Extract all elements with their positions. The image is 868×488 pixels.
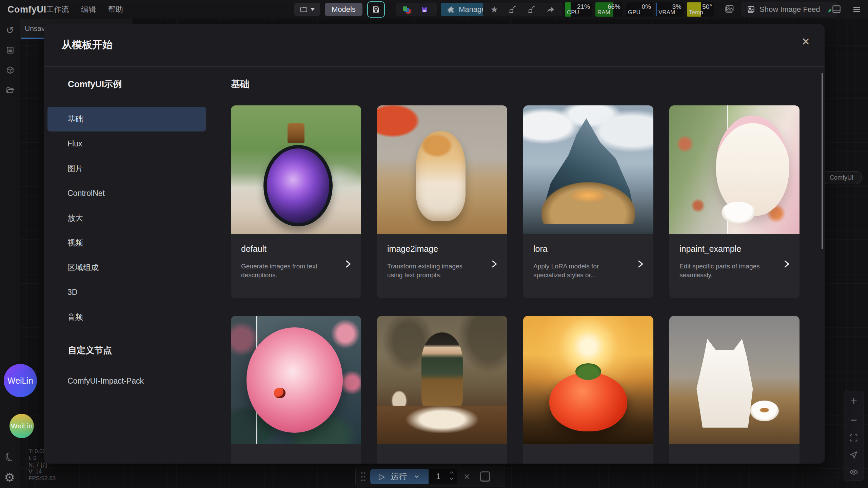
template-card[interactable]: inpaint_exampleEdit specific parts of im…	[669, 105, 800, 298]
system-monitors: 21%CPU66%RAM0%GPU3%VRAM50°Temp	[565, 2, 714, 17]
chevron-right-icon	[489, 259, 499, 269]
category-item[interactable]: 视频	[47, 230, 206, 255]
cancel-run-icon[interactable]: ×	[464, 471, 470, 482]
template-nav: ComfyUI示例 基础Flux图片ControlNet放大视频区域组成3D音频…	[44, 67, 220, 464]
nav-section-title: 自定义节点	[68, 345, 220, 355]
hamburger-menu-icon[interactable]	[852, 4, 862, 15]
menu-bar: 工作流编辑帮助	[46, 0, 123, 19]
pan-mode-icon[interactable]	[849, 450, 859, 460]
template-card[interactable]: defaultGenerate images from text descrip…	[231, 105, 361, 298]
category-item[interactable]: Flux	[47, 131, 206, 156]
models-button-label: Models	[332, 5, 356, 14]
avatar[interactable]: WeiLin	[9, 414, 34, 438]
show-image-feed-label: Show Image Feed	[760, 5, 820, 14]
template-card[interactable]	[231, 316, 361, 464]
template-category-list: 基础Flux图片ControlNet放大视频区域组成3D音频	[44, 107, 220, 329]
monitor-label: GPU	[628, 9, 640, 16]
workflows-folder-icon[interactable]	[6, 86, 15, 95]
close-icon[interactable]: ×	[802, 35, 810, 48]
template-description: Generate images from text descriptions.	[241, 262, 330, 280]
stop-icon[interactable]	[480, 471, 490, 482]
save-workflow-button[interactable]	[367, 1, 385, 18]
category-item[interactable]: 放大	[47, 206, 206, 230]
menu-item[interactable]: 帮助	[108, 4, 123, 15]
history-icon[interactable]: ↺	[6, 26, 15, 35]
prompt-cards-icon[interactable]	[403, 6, 407, 11]
zoom-out-icon[interactable]: −	[850, 414, 857, 426]
template-description: Edit specific parts of images seamlessly…	[679, 262, 768, 280]
chevron-down-icon	[311, 8, 315, 11]
monitor-ram: 66%RAM	[595, 2, 623, 17]
template-thumbnail	[669, 316, 800, 444]
step-up-icon[interactable]	[449, 471, 454, 474]
category-item[interactable]: 3D	[47, 280, 206, 305]
workflow-actions: Models	[294, 3, 385, 16]
category-item[interactable]: ComfyUI-Impact-Pack	[47, 369, 206, 393]
monitor-label: RAM	[597, 9, 610, 16]
category-item[interactable]: ControlNet	[47, 181, 206, 206]
chevron-right-icon	[635, 259, 645, 269]
template-card[interactable]: image2imageTransform existing images usi…	[377, 105, 507, 298]
avatar-label: WeiLin	[11, 422, 33, 430]
stat-line: V: 14	[28, 468, 56, 475]
category-item[interactable]: 图片	[47, 156, 206, 181]
scrollbar-thumb[interactable]	[822, 73, 823, 249]
stepper-buttons	[449, 471, 454, 481]
bottom-panel-toggle[interactable]	[831, 4, 842, 14]
template-title: image2image	[387, 244, 476, 254]
open-workflow-button[interactable]	[294, 3, 320, 16]
zoom-in-icon[interactable]: +	[850, 395, 857, 406]
chevron-down-icon[interactable]	[413, 473, 420, 480]
show-image-feed-button[interactable]: Show Image Feed	[741, 2, 838, 17]
chevron-right-icon	[343, 259, 353, 269]
run-button[interactable]: ▷ 运行	[370, 469, 429, 484]
category-item[interactable]: 音频	[47, 305, 206, 329]
step-down-icon[interactable]	[449, 477, 454, 481]
extension-buttons	[396, 3, 437, 16]
template-thumbnail	[669, 105, 800, 234]
star-icon[interactable]: ★	[490, 4, 498, 15]
canvas-toolbar: + −	[844, 391, 864, 481]
template-title: inpaint_example	[679, 244, 768, 254]
template-title: default	[241, 244, 330, 254]
template-card[interactable]	[377, 316, 507, 464]
monitor-value: 0%	[642, 3, 651, 11]
share-icon[interactable]	[546, 5, 555, 14]
category-item[interactable]: 基础	[47, 107, 206, 131]
purple-save-icon[interactable]	[421, 6, 428, 13]
template-card-body	[377, 444, 507, 464]
template-thumbnail	[377, 105, 507, 234]
menu-item[interactable]: 工作流	[46, 4, 69, 15]
batch-count-input[interactable]: 1	[429, 469, 457, 484]
manager-quick-tools: ★	[483, 3, 563, 16]
content-heading: 基础	[231, 79, 825, 89]
template-card-body: defaultGenerate images from text descrip…	[231, 234, 361, 298]
canvas-badge-label: ComfyUI	[830, 174, 853, 181]
model-library-icon[interactable]	[6, 66, 15, 75]
drag-handle[interactable]	[360, 471, 366, 482]
template-card[interactable]: loraApply LoRA models for specialized st…	[523, 105, 653, 298]
canvas-comfyui-badge[interactable]: ComfyUI	[821, 171, 862, 184]
gear-icon[interactable]: ⚙	[4, 470, 15, 484]
monitor-gpu: 0%GPU	[626, 2, 653, 17]
queue-icon[interactable]	[6, 46, 15, 55]
run-button-label: 运行	[391, 471, 407, 482]
eye-icon[interactable]	[849, 467, 859, 477]
template-title: lora	[533, 244, 622, 254]
template-card[interactable]	[669, 316, 800, 464]
workflow-tab[interactable]: Unsav	[25, 19, 45, 38]
fit-view-icon[interactable]	[849, 433, 859, 443]
sprout-icon	[824, 5, 832, 14]
monitor-cpu: 21%CPU	[565, 2, 592, 17]
template-card-body	[523, 444, 653, 464]
menu-item[interactable]: 编辑	[81, 4, 96, 15]
nav-section-title: ComfyUI示例	[68, 79, 220, 89]
vacuum-icon[interactable]	[527, 5, 536, 14]
category-item[interactable]: 区域组成	[47, 255, 206, 280]
avatar[interactable]: WeiLin	[4, 364, 37, 397]
models-button[interactable]: Models	[325, 3, 362, 16]
image-gallery-icon[interactable]	[724, 4, 734, 14]
template-card[interactable]	[523, 316, 653, 464]
app-logo[interactable]: ComfyUI	[7, 0, 46, 19]
vacuum-icon[interactable]	[508, 5, 517, 14]
